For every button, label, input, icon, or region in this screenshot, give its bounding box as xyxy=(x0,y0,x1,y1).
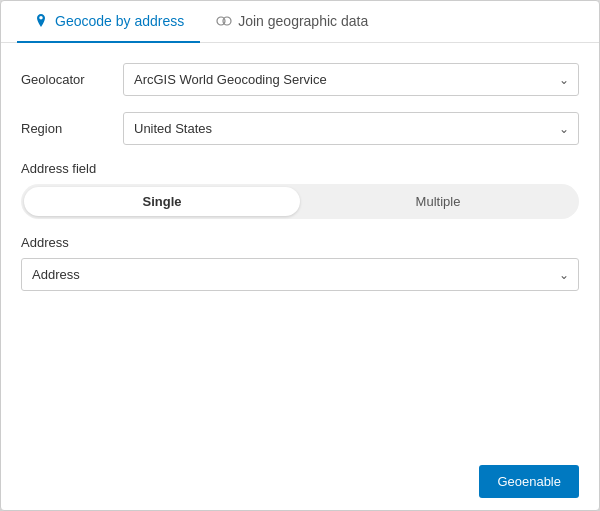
svg-point-1 xyxy=(223,17,231,25)
tab-bar: Geocode by address Join geographic data xyxy=(1,1,599,43)
geolocator-label: Geolocator xyxy=(21,72,111,87)
region-select-wrapper: United States ⌄ xyxy=(123,112,579,145)
address-field-label: Address field xyxy=(21,161,579,176)
multiple-toggle-button[interactable]: Multiple xyxy=(300,187,576,216)
tab-geocode[interactable]: Geocode by address xyxy=(17,1,200,43)
geolocator-row: Geolocator ArcGIS World Geocoding Servic… xyxy=(21,63,579,96)
tab-join-label: Join geographic data xyxy=(238,13,368,29)
pin-icon xyxy=(33,13,49,29)
region-select[interactable]: United States xyxy=(123,112,579,145)
content-area: Geolocator ArcGIS World Geocoding Servic… xyxy=(1,43,599,453)
geoenable-button[interactable]: Geoenable xyxy=(479,465,579,498)
region-label: Region xyxy=(21,121,111,136)
geolocator-select-wrapper: ArcGIS World Geocoding Service ⌄ xyxy=(123,63,579,96)
region-row: Region United States ⌄ xyxy=(21,112,579,145)
toggle-group: Single Multiple xyxy=(21,184,579,219)
address-row: Address Address ⌄ xyxy=(21,235,579,291)
address-field-section: Address field Single Multiple xyxy=(21,161,579,219)
join-icon xyxy=(216,13,232,29)
dialog: Geocode by address Join geographic data … xyxy=(0,0,600,511)
tab-join[interactable]: Join geographic data xyxy=(200,1,384,43)
single-toggle-button[interactable]: Single xyxy=(24,187,300,216)
address-label: Address xyxy=(21,235,579,250)
footer: Geoenable xyxy=(1,453,599,510)
address-select[interactable]: Address xyxy=(21,258,579,291)
address-select-wrapper: Address ⌄ xyxy=(21,258,579,291)
tab-geocode-label: Geocode by address xyxy=(55,13,184,29)
geolocator-select[interactable]: ArcGIS World Geocoding Service xyxy=(123,63,579,96)
